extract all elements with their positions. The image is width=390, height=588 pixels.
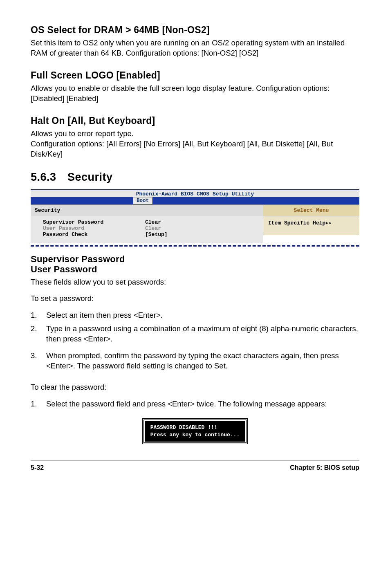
bios-dashed-border <box>31 245 359 247</box>
set-password-steps: 1.Select an item then press <Enter>. 2.T… <box>31 310 359 371</box>
footer-page-number: 5-32 <box>31 464 44 471</box>
supervisor-heading-1: Supervisor Password <box>31 254 359 264</box>
clear-password-label: To clear the password: <box>31 383 359 392</box>
full-screen-heading: Full Screen LOGO [Enabled] <box>31 70 359 81</box>
bios-row-pwcheck-value: [Setup] <box>145 231 168 238</box>
supervisor-intro: These fields allow you to set passwords: <box>31 278 359 287</box>
list-item: 2.Type in a password using a combination… <box>31 324 359 344</box>
bios-right-header: Select Menu <box>263 205 359 216</box>
bios-left-header: Security <box>31 205 263 216</box>
supervisor-heading-2: User Password <box>31 264 359 274</box>
halt-on-heading: Halt On [All, But Keyboard] <box>31 115 359 126</box>
clear-password-steps: 1.Select the password field and press <E… <box>31 399 359 409</box>
list-item: 1.Select an item then press <Enter>. <box>31 310 359 321</box>
security-section-heading: 5.6.3 Security <box>31 171 359 184</box>
bios-right-pane: Select Menu Item Specific Help▸▸ <box>263 205 359 243</box>
bios-title: Phoenix-Award BIOS CMOS Setup Utility <box>31 190 359 197</box>
bios-left-pane: Security Supervisor Password User Passwo… <box>31 205 263 243</box>
message-box-text: PASSWORD DISABLED !!! Press any key to c… <box>145 421 245 442</box>
bios-menu-bar: Boot <box>31 197 359 204</box>
footer-chapter-label: Chapter 5: BIOS setup <box>290 464 359 471</box>
bios-row-pwcheck-label[interactable]: Password Check <box>43 231 145 238</box>
message-box-wrap: PASSWORD DISABLED !!! Press any key to c… <box>31 418 359 444</box>
list-item: 3.When prompted, confirm the password by… <box>31 351 359 371</box>
bios-tab-boot[interactable]: Boot <box>133 197 152 204</box>
footer-divider <box>31 460 359 461</box>
full-screen-body: Allows you to enable or disable the full… <box>31 83 359 104</box>
bios-row-user-value: Clear <box>145 225 168 231</box>
bios-right-body: Item Specific Help▸▸ <box>263 216 359 235</box>
bios-row-user-label[interactable]: User Password <box>43 225 145 231</box>
os-select-heading: OS Select for DRAM > 64MB [Non-OS2] <box>31 25 359 36</box>
bios-row-supervisor-value: Clear <box>145 219 168 225</box>
os-select-body: Set this item to OS2 only when you are r… <box>31 38 359 58</box>
bios-setup-box: Phoenix-Award BIOS CMOS Setup Utility Bo… <box>31 189 359 243</box>
bios-row-supervisor-label[interactable]: Supervisor Password <box>43 219 145 225</box>
halt-on-body: Allows you to error report type. Configu… <box>31 129 359 159</box>
list-item: 1.Select the password field and press <E… <box>31 399 359 409</box>
set-password-label: To set a password: <box>31 294 359 303</box>
message-box: PASSWORD DISABLED !!! Press any key to c… <box>142 418 248 444</box>
